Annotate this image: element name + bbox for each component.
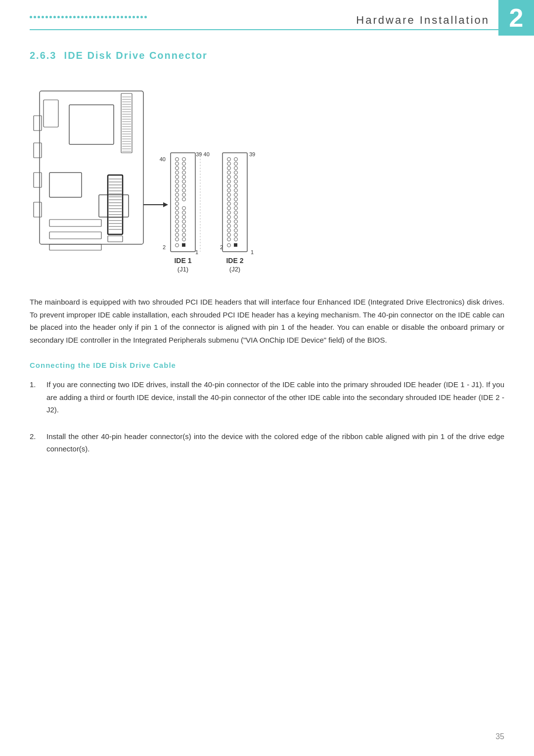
svg-point-87 <box>182 220 186 223</box>
svg-point-120 <box>234 202 238 206</box>
content: 2.6.3 IDE Disk Drive Connector <box>0 30 534 489</box>
sub-heading: Connecting the IDE Disk Drive Cable <box>30 361 504 369</box>
svg-point-122 <box>234 207 238 210</box>
svg-point-79 <box>176 202 179 206</box>
svg-point-113 <box>227 189 231 192</box>
svg-rect-28 <box>34 143 42 158</box>
svg-text:39: 39 <box>249 151 255 157</box>
svg-point-106 <box>234 171 238 175</box>
list-number-1: 1. <box>30 378 41 391</box>
svg-point-124 <box>234 211 238 215</box>
svg-point-74 <box>182 189 186 192</box>
svg-rect-31 <box>49 173 82 197</box>
svg-point-100 <box>234 158 238 161</box>
svg-point-89 <box>182 224 186 228</box>
svg-text:40: 40 <box>160 156 166 162</box>
chapter-number: 2 <box>509 5 524 31</box>
svg-rect-29 <box>34 173 42 187</box>
svg-text:39 40: 39 40 <box>196 151 210 157</box>
list-text-1: If you are connecting two IDE drives, in… <box>46 378 504 416</box>
svg-point-115 <box>227 193 231 197</box>
chapter-number-box: 2 <box>498 0 534 36</box>
svg-point-84 <box>176 216 179 219</box>
svg-text:1: 1 <box>251 249 254 255</box>
svg-rect-1 <box>44 100 58 127</box>
svg-point-81 <box>182 207 186 210</box>
svg-point-66 <box>182 171 186 175</box>
svg-point-67 <box>176 176 179 179</box>
svg-point-72 <box>182 184 186 188</box>
svg-point-62 <box>182 162 186 166</box>
svg-text:IDE 1: IDE 1 <box>174 257 191 265</box>
svg-point-102 <box>234 162 238 166</box>
svg-point-109 <box>227 180 231 183</box>
svg-rect-137 <box>234 243 237 247</box>
svg-point-83 <box>182 211 186 215</box>
svg-point-132 <box>234 229 238 232</box>
svg-rect-32 <box>99 195 129 217</box>
ide2-pins <box>227 158 238 247</box>
svg-point-135 <box>227 238 231 241</box>
svg-point-116 <box>234 193 238 197</box>
svg-point-86 <box>176 220 179 223</box>
svg-point-95 <box>182 238 186 241</box>
svg-point-121 <box>227 207 231 210</box>
diagram-area: 40 39 40 39 2 1 2 1 IDE 1 (J1) IDE 2 (J2… <box>30 76 504 276</box>
svg-rect-33 <box>49 220 101 226</box>
section-title: 2.6.3 IDE Disk Drive Connector <box>30 50 504 61</box>
svg-point-114 <box>234 189 238 192</box>
svg-rect-35 <box>49 244 101 250</box>
svg-point-119 <box>227 202 231 206</box>
svg-point-101 <box>227 162 231 166</box>
svg-point-80 <box>176 207 179 210</box>
svg-point-78 <box>182 198 186 201</box>
header-dots <box>30 16 147 18</box>
svg-point-61 <box>176 162 179 166</box>
svg-point-60 <box>182 158 186 161</box>
svg-point-90 <box>176 229 179 232</box>
svg-point-128 <box>234 220 238 223</box>
svg-point-123 <box>227 211 231 215</box>
svg-point-70 <box>182 180 186 183</box>
svg-rect-27 <box>34 116 42 131</box>
svg-point-112 <box>234 184 238 188</box>
svg-point-103 <box>227 167 231 170</box>
connector-diagram: 40 39 40 39 2 1 2 1 IDE 1 (J1) IDE 2 (J2… <box>30 76 307 274</box>
svg-rect-96 <box>182 243 185 247</box>
svg-point-93 <box>182 233 186 237</box>
list-number-2: 2. <box>30 430 41 443</box>
svg-text:2: 2 <box>220 244 223 250</box>
svg-text:IDE 2: IDE 2 <box>226 257 243 265</box>
body-text: The mainboard is equipped with two shrou… <box>30 296 504 346</box>
page-container: Hardware Installation 2 2.6.3 IDE Disk D… <box>0 0 534 756</box>
svg-rect-2 <box>69 105 114 144</box>
list-text-2: Install the other 40-pin header connecto… <box>46 430 504 455</box>
svg-rect-58 <box>171 153 195 252</box>
svg-point-64 <box>182 167 186 170</box>
svg-point-110 <box>234 180 238 183</box>
svg-point-126 <box>234 216 238 219</box>
svg-point-65 <box>176 171 179 175</box>
svg-point-94 <box>176 238 179 241</box>
svg-point-76 <box>182 193 186 197</box>
svg-text:1: 1 <box>195 249 198 255</box>
svg-point-63 <box>176 167 179 170</box>
svg-point-85 <box>182 216 186 219</box>
svg-text:2: 2 <box>163 244 166 250</box>
svg-point-88 <box>176 224 179 228</box>
svg-rect-36 <box>108 175 123 234</box>
list-item: 2. Install the other 40-pin header conne… <box>30 430 504 455</box>
ide1-pins <box>176 158 186 247</box>
svg-point-105 <box>227 171 231 175</box>
svg-point-107 <box>227 176 231 179</box>
header-title: Hardware Installation <box>356 14 490 27</box>
svg-point-82 <box>176 211 179 215</box>
svg-point-69 <box>176 180 179 183</box>
svg-point-136 <box>234 238 238 241</box>
svg-point-130 <box>234 224 238 228</box>
svg-point-108 <box>234 176 238 179</box>
numbered-list: 1. If you are connecting two IDE drives,… <box>30 378 504 455</box>
svg-point-138 <box>227 244 231 247</box>
svg-point-118 <box>234 198 238 201</box>
svg-point-104 <box>234 167 238 170</box>
